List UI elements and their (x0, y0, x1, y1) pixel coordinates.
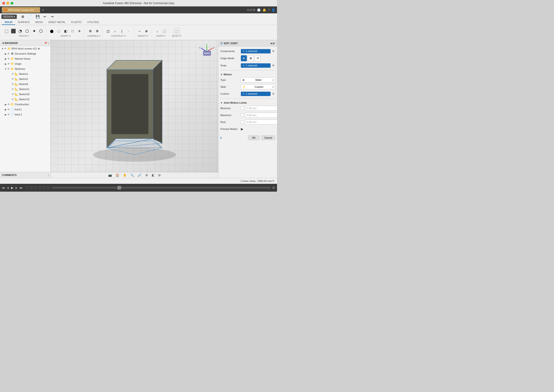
sidebar-item-sketch8[interactable]: 👁 📐 Sketch8 (0, 82, 50, 87)
tl-icon-1[interactable]: ⬛ (25, 186, 28, 189)
sketch11-eye[interactable]: 👁 (12, 88, 14, 91)
viewport[interactable]: X Y Z RIGHT 📷 🏠 ✋ 🔍 🔎 🖥 ◧ ⊞ (51, 40, 218, 178)
sketches-eye[interactable]: 👁 (7, 68, 10, 70)
sidebar-item-sketch11[interactable]: 👁 📐 Sketch11 (0, 87, 50, 92)
timeline-start-icon[interactable]: ⏮ (2, 186, 5, 189)
root-settings-icon[interactable]: ⚙ (38, 48, 40, 50)
origin-eye[interactable]: 👁 (7, 63, 10, 65)
insert-group-label[interactable]: INSERT ▾ (156, 35, 165, 37)
root-eye-icon[interactable]: 👁 (4, 47, 7, 50)
move-icon[interactable]: ✛ (76, 28, 83, 34)
visual-style-icon[interactable]: ◧ (151, 173, 155, 177)
panel-next-icon[interactable]: ▶ (273, 42, 275, 45)
insert-canvas-icon[interactable]: ⬜ (161, 28, 167, 34)
rest-input[interactable] (245, 119, 277, 125)
redo-icon[interactable]: ↪ (49, 13, 55, 20)
user-icon[interactable]: 👤 (271, 8, 275, 12)
front1-eye[interactable]: 👁 (7, 108, 10, 111)
close-button[interactable] (2, 2, 5, 5)
custom-clear-button[interactable]: ✕ (271, 91, 275, 96)
tab-plastic[interactable]: PLASTIC (68, 20, 84, 25)
tab-solid[interactable]: SOLID (2, 20, 15, 25)
timeline-prev-icon[interactable]: ⏴ (7, 186, 10, 189)
timeline-next-icon[interactable]: ⏵ (15, 186, 18, 189)
active-tab[interactable]: RPi4 4inch screen v21* ✕ (2, 7, 40, 13)
revolve-icon[interactable]: ◔ (17, 28, 23, 34)
sidebar-pin-icon[interactable]: 📌 (44, 42, 47, 44)
rib-icon[interactable]: ⬡ (38, 28, 44, 34)
sidebar-item-origin[interactable]: ▶ 👁 📁 Origin (0, 61, 50, 66)
zoom-out-icon[interactable]: 🔎 (137, 173, 142, 177)
sidebar-item-construction[interactable]: ▶ 👁 📁 Construction (0, 102, 50, 107)
sidebar-item-sketches[interactable]: ▼ 👁 📁 Sketches (0, 66, 50, 71)
chamfer-icon[interactable]: ◧ (62, 28, 69, 34)
display-mode-icon[interactable]: 🖥 (144, 173, 149, 177)
shell-icon[interactable]: □ (69, 28, 76, 34)
sidebar-item-back1[interactable]: ▶ 👁 📄 back:1 (0, 112, 50, 117)
window-controls[interactable] (2, 2, 13, 5)
ok-button[interactable]: OK (248, 135, 259, 140)
tab-surface[interactable]: SURFACE (15, 20, 33, 25)
tab-sheet-metal[interactable]: SHEET METAL (45, 20, 68, 25)
sidebar-collapse-icon[interactable]: ◀ (2, 42, 4, 44)
pan-icon[interactable]: ✋ (122, 173, 128, 177)
info-icon[interactable]: ℹ (220, 136, 222, 140)
offset-plane-icon[interactable]: ◫ (105, 28, 111, 34)
origin-btn-3[interactable]: ↺ (255, 55, 261, 61)
midplane-icon[interactable]: ⬦ (112, 28, 118, 34)
timeline-track[interactable] (52, 187, 271, 189)
zoom-fit-icon[interactable]: 🔍 (129, 173, 135, 177)
timeline-end-icon[interactable]: ⏭ (20, 186, 23, 189)
minimum-checkbox[interactable] (241, 107, 244, 110)
loft-icon[interactable]: ✦ (31, 28, 37, 34)
origin-btn-1[interactable]: ⊕ (241, 55, 247, 61)
camera-icon[interactable]: 📷 (107, 173, 113, 177)
maximum-input[interactable] (245, 113, 277, 118)
cancel-button[interactable]: Cancel (261, 135, 275, 140)
back1-eye[interactable]: 👁 (7, 113, 10, 116)
axis-icon[interactable]: | (118, 28, 125, 34)
sweep-icon[interactable]: ⬡ (24, 28, 30, 34)
help-icon[interactable]: ? (268, 8, 270, 12)
sidebar-item-named-views[interactable]: ▶ 👁 📁 Named Views (0, 56, 50, 61)
view-gizmo[interactable]: X Y Z RIGHT (199, 43, 215, 60)
as-built-icon[interactable]: ⚙ (94, 28, 100, 34)
doc-settings-eye[interactable]: 👁 (7, 52, 10, 55)
joint-icon[interactable]: ⚙ (87, 28, 93, 34)
interference-icon[interactable]: ⊗ (143, 28, 150, 34)
components-selected-button[interactable]: ↖ 2 selected (241, 49, 270, 53)
new-tab-button[interactable]: + (42, 8, 44, 12)
components-clear-button[interactable]: ✕ (271, 49, 275, 53)
preview-play-button[interactable]: ▶ (241, 127, 243, 131)
timeline-playhead[interactable] (118, 186, 121, 189)
construct-group-label[interactable]: CONSTRUCT ▾ (111, 35, 126, 37)
maximum-checkbox[interactable] (241, 113, 244, 117)
slide-dropdown[interactable]: ⚡ Custom ▾ (241, 84, 275, 89)
minimum-input[interactable] (245, 106, 277, 111)
grid-toggle-icon[interactable]: ⊞ (157, 173, 162, 177)
tl-icon-3[interactable]: ⬛ (34, 186, 37, 189)
select-icon[interactable]: ⬚ (173, 28, 180, 34)
save-icon[interactable]: 💾 (34, 13, 41, 20)
sketch2-eye[interactable]: 👁 (12, 78, 14, 80)
insert-derive-icon[interactable]: ↓ (154, 28, 160, 34)
type-dropdown[interactable]: ⬌ Slider ▾ (241, 77, 275, 83)
home-icon[interactable]: 🏠 (115, 173, 120, 177)
maximize-button[interactable] (11, 2, 13, 5)
timeline-settings-icon[interactable]: ⚙ (272, 186, 275, 189)
sketch1-eye[interactable]: 👁 (12, 73, 14, 75)
point-icon[interactable]: · (125, 28, 132, 34)
bell-icon[interactable]: 🔔 (263, 8, 266, 12)
grid-icon[interactable]: ⊞ (20, 13, 26, 20)
clock-icon[interactable]: 🕐 (257, 8, 261, 12)
sidebar-item-sketch15[interactable]: 👁 📐 Sketch15 (0, 97, 50, 102)
named-views-eye[interactable]: 👁 (7, 57, 10, 60)
comments-expand-icon[interactable]: | (48, 174, 48, 176)
tab-close-button[interactable]: ✕ (36, 9, 38, 11)
sketch8-eye[interactable]: 👁 (12, 83, 14, 85)
sketch15-eye[interactable]: 👁 (12, 98, 14, 101)
construction-eye[interactable]: 👁 (7, 103, 10, 106)
origin-btn-2[interactable]: ⊞ (248, 55, 254, 61)
tab-utilities[interactable]: UTILITIES (84, 20, 102, 25)
inspect-group-label[interactable]: INSPECT ▾ (138, 35, 148, 37)
